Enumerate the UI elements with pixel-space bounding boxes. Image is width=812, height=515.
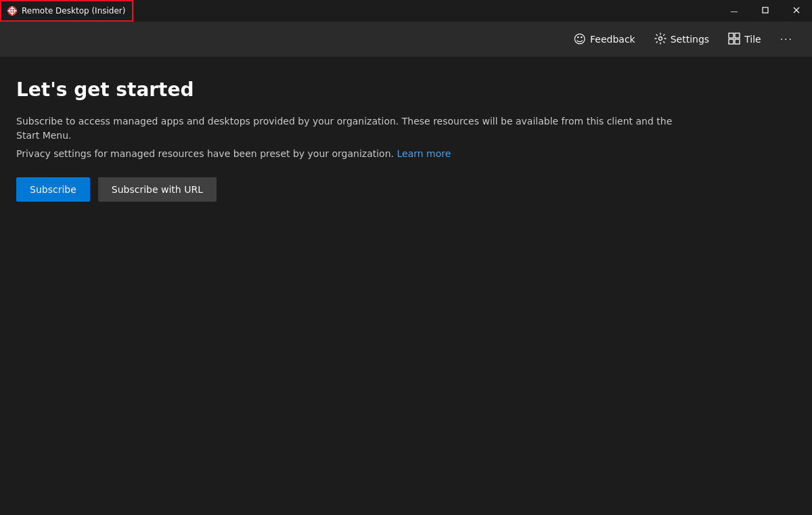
settings-icon [654, 32, 667, 47]
app-icon [7, 5, 18, 16]
description-line2-text: Privacy settings for managed resources h… [16, 148, 394, 159]
titlebar-controls: — [719, 0, 812, 22]
svg-rect-4 [763, 7, 768, 13]
titlebar: Remote Desktop (Insider) — [0, 0, 812, 22]
titlebar-title: Remote Desktop (Insider) [22, 6, 125, 16]
subscribe-button[interactable]: Subscribe [16, 177, 90, 202]
maximize-icon [762, 7, 769, 15]
maximize-button[interactable] [750, 0, 781, 22]
more-options-button[interactable]: ··· [772, 28, 801, 50]
buttons-row: Subscribe Subscribe with URL [16, 177, 796, 202]
page-title: Let's get started [16, 79, 796, 101]
minimize-button[interactable]: — [719, 0, 750, 22]
main-content: Let's get started Subscribe to access ma… [0, 57, 812, 515]
navbar: ☺ Feedback Settings Tile ··· [0, 22, 812, 57]
feedback-button[interactable]: ☺ Feedback [565, 28, 643, 51]
tile-button[interactable]: Tile [720, 27, 769, 52]
titlebar-left: Remote Desktop (Insider) [0, 0, 133, 22]
svg-rect-10 [729, 39, 734, 44]
more-options-icon: ··· [780, 34, 793, 45]
svg-point-7 [658, 37, 662, 40]
close-icon [793, 7, 800, 15]
learn-more-link[interactable]: Learn more [397, 148, 451, 159]
feedback-label: Feedback [590, 34, 635, 45]
description-line1: Subscribe to access managed apps and des… [16, 114, 693, 143]
tile-icon [728, 32, 740, 47]
feedback-icon: ☺ [573, 33, 586, 45]
settings-button[interactable]: Settings [646, 27, 717, 52]
minimize-icon: — [731, 7, 738, 15]
svg-rect-8 [729, 33, 734, 38]
svg-rect-9 [735, 33, 740, 38]
description-line2: Privacy settings for managed resources h… [16, 147, 796, 161]
subscribe-url-button[interactable]: Subscribe with URL [98, 177, 217, 202]
tile-label: Tile [744, 34, 761, 45]
svg-rect-11 [735, 39, 740, 44]
settings-label: Settings [671, 34, 709, 45]
close-button[interactable] [781, 0, 812, 22]
